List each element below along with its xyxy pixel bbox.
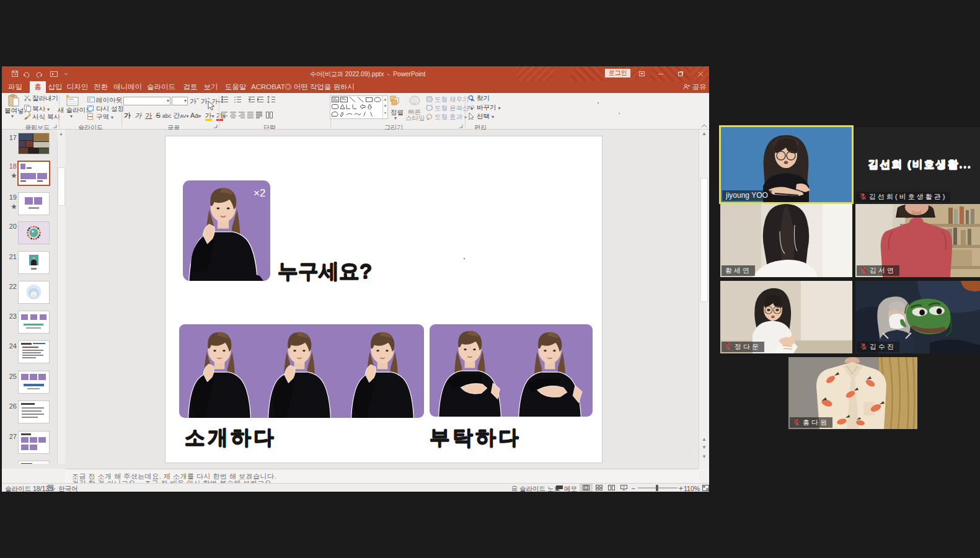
svg-text:×2: ×2 — [254, 187, 265, 199]
svg-text:가: 가 — [467, 105, 472, 110]
